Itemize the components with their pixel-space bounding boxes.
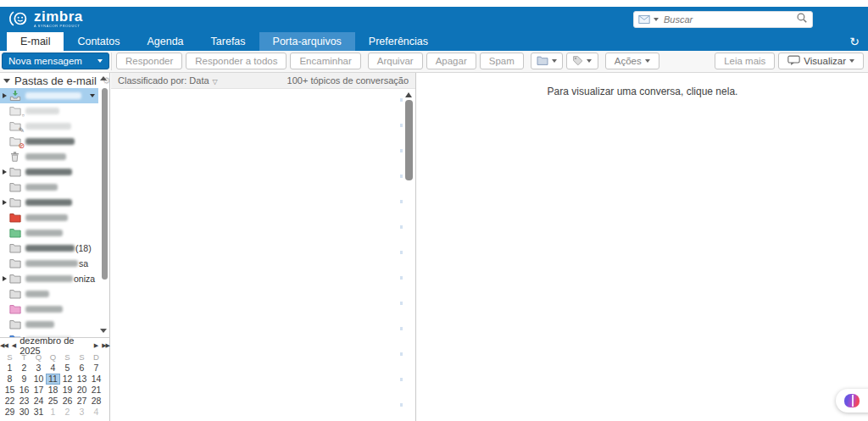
calendar-day[interactable]: 31 [31, 407, 46, 418]
search-box[interactable] [633, 11, 813, 28]
calendar-day[interactable]: 1 [46, 407, 60, 418]
calendar-day[interactable]: 9 [17, 374, 31, 385]
calendar-day[interactable]: 18 [46, 385, 60, 396]
caret-down-icon [645, 59, 650, 63]
responder-a-todos-button[interactable]: Responder a todos [186, 53, 287, 69]
tab-tarefas[interactable]: Tarefas [198, 32, 259, 51]
apagar-button[interactable]: Apagar [426, 53, 476, 69]
calendar-day[interactable]: 28 [89, 396, 103, 407]
calendar-day[interactable]: 14 [89, 374, 103, 385]
expand-icon[interactable] [3, 200, 7, 205]
responder-button[interactable]: Responder [116, 53, 182, 69]
list-scrollbar-thumb[interactable] [405, 100, 413, 180]
calendar-day[interactable]: 27 [75, 396, 89, 407]
list-scroll-up-icon[interactable] [405, 92, 412, 97]
expand-icon[interactable] [3, 93, 7, 98]
calendar-day[interactable]: 23 [17, 396, 31, 407]
calendar-next-month-button[interactable]: ▶ [94, 342, 97, 348]
calendar-day-header: D [89, 352, 103, 363]
calendar-prev-year-button[interactable]: ◀◀ [0, 342, 8, 348]
folder-row[interactable] [0, 164, 98, 180]
calendar-day[interactable]: 3 [75, 407, 89, 418]
tab-contatos[interactable]: Contatos [64, 32, 133, 51]
folder-row[interactable] [0, 302, 98, 317]
folder-row[interactable] [0, 195, 98, 210]
folder-row[interactable] [0, 180, 98, 195]
calendar-next-year-button[interactable]: ▶▶ [102, 342, 109, 348]
new-message-button[interactable]: Nova mensagem [2, 53, 109, 69]
calendar-day[interactable]: 4 [46, 363, 60, 374]
calendar-day[interactable]: 19 [60, 385, 75, 396]
calendar-prev-month-button[interactable]: ◀ [12, 342, 15, 348]
sidebar-scrollbar-thumb[interactable] [102, 88, 108, 280]
tab-prefer-ncias[interactable]: Preferências [355, 32, 442, 51]
redacted-folder-label [25, 214, 68, 221]
calendar-day[interactable]: 22 [3, 396, 17, 407]
spam-button[interactable]: Spam [480, 53, 524, 69]
tab-e-mail[interactable]: E-mail [7, 32, 64, 51]
folder-menu-caret-icon[interactable] [90, 94, 95, 97]
encaminhar-button[interactable]: Encaminhar [290, 53, 360, 69]
sort-label[interactable]: Classificado por: Data [118, 75, 209, 86]
folder-row[interactable]: ⊘ [0, 134, 98, 149]
view-button[interactable]: Visualizar [778, 53, 864, 69]
read-more-button[interactable]: Leia mais [715, 53, 775, 69]
sidebar-scroll-down-icon[interactable] [100, 329, 107, 333]
expand-icon[interactable] [3, 169, 7, 174]
tab-agenda[interactable]: Agenda [133, 32, 197, 51]
arquivar-button[interactable]: Arquivar [368, 53, 423, 69]
folder-row[interactable]: ✎ [0, 119, 98, 134]
actions-button[interactable]: Ações [605, 53, 659, 69]
calendar-day[interactable]: 2 [60, 407, 75, 418]
tab-porta-arquivos[interactable]: Porta-arquivos [259, 32, 355, 51]
calendar-day[interactable]: 3 [31, 363, 46, 374]
expand-icon[interactable] [3, 276, 7, 281]
calendar-day[interactable]: 8 [3, 374, 17, 385]
calendar-day[interactable]: 7 [89, 363, 103, 374]
folder-row[interactable] [0, 286, 98, 302]
calendar-day[interactable]: 29 [3, 407, 17, 418]
folder-row[interactable]: oniza [0, 271, 98, 286]
folder-row[interactable] [0, 210, 98, 225]
collapse-section-icon[interactable] [3, 79, 10, 83]
calendar-day[interactable]: 30 [17, 407, 31, 418]
assistant-pill-button[interactable] [836, 389, 868, 413]
folder-row[interactable] [0, 149, 98, 164]
calendar-day[interactable]: 15 [3, 385, 17, 396]
redacted-folder-label [25, 123, 71, 130]
calendar-day[interactable]: 17 [31, 385, 46, 396]
search-input[interactable] [662, 14, 793, 25]
calendar-day[interactable]: 12 [60, 374, 75, 385]
folder-row[interactable]: (18) [0, 241, 98, 256]
calendar-day[interactable]: 4 [89, 407, 103, 418]
calendar-day[interactable]: 20 [75, 385, 89, 396]
calendar-day[interactable]: 6 [75, 363, 89, 374]
folder-row[interactable] [0, 88, 98, 103]
refresh-icon[interactable]: ↻ [849, 32, 860, 51]
calendar-day[interactable]: 11 [46, 374, 60, 385]
calendar-day[interactable]: 1 [3, 363, 17, 374]
folder-icon [9, 258, 22, 269]
sidebar-scroll-up-icon[interactable] [100, 76, 107, 80]
tag-button[interactable] [566, 53, 598, 69]
folder-row[interactable] [0, 317, 98, 332]
folder-row[interactable] [0, 225, 98, 241]
calendar-day[interactable]: 16 [17, 385, 31, 396]
calendar-day[interactable]: 21 [89, 385, 103, 396]
folder-icon [9, 197, 22, 208]
folders-section-header[interactable]: Pastas de e-mail ⚙ [0, 73, 109, 88]
search-icon[interactable] [796, 12, 808, 27]
search-scope-caret-icon[interactable] [654, 18, 659, 21]
list-header[interactable]: Classificado por: Data▽ 100+ tópicos de … [111, 73, 415, 89]
move-button[interactable] [531, 53, 563, 69]
calendar-day[interactable]: 5 [60, 363, 75, 374]
calendar-day[interactable]: 10 [31, 374, 46, 385]
calendar-day-header: S [3, 352, 17, 363]
folder-row[interactable]: sa [0, 256, 98, 271]
folder-row[interactable]: ▫ [0, 103, 98, 119]
calendar-day[interactable]: 24 [31, 396, 46, 407]
calendar-day[interactable]: 26 [60, 396, 75, 407]
calendar-day[interactable]: 25 [46, 396, 60, 407]
calendar-day[interactable]: 13 [75, 374, 89, 385]
calendar-day[interactable]: 2 [17, 363, 31, 374]
